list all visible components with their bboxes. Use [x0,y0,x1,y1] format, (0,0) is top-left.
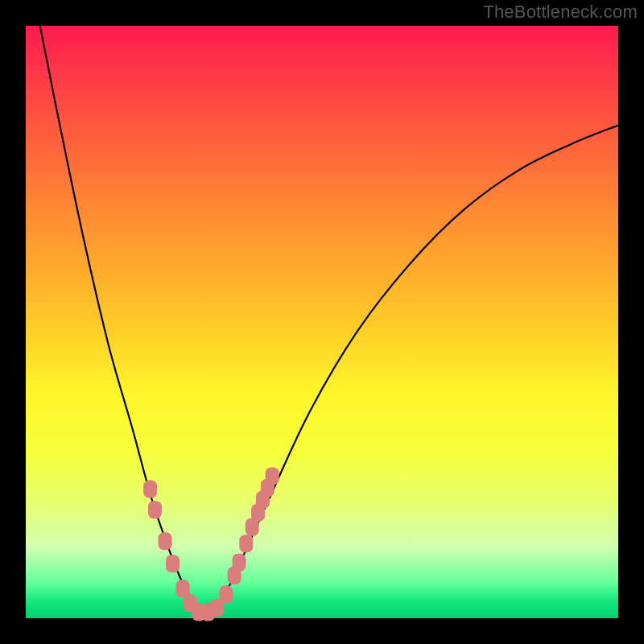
data-marker [176,580,190,597]
watermark-text: TheBottleneck.com [483,2,638,23]
curve-right-branch [204,126,618,618]
data-marker [143,481,157,498]
data-marker [148,501,162,518]
data-marker [233,554,246,572]
marker-group [143,467,279,621]
data-marker [166,555,180,572]
curve-left-branch [40,26,204,618]
data-marker [159,532,172,550]
plot-area [26,26,618,618]
data-marker [239,535,253,552]
data-marker [266,467,279,485]
chart-frame: TheBottleneck.com [0,0,644,644]
data-marker [219,586,233,604]
chart-svg [26,26,618,618]
